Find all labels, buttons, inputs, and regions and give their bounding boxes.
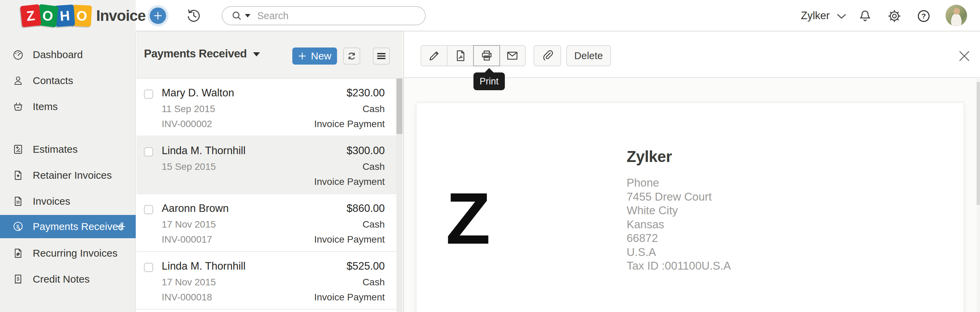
address-line: Tax ID :001100U.S.A (627, 259, 731, 273)
payer-name: Linda M. Thornhill (162, 144, 246, 157)
list-title: Payments Received (144, 47, 247, 60)
question-mark-icon: ? (916, 9, 931, 23)
print-tooltip-label: Print (480, 76, 499, 87)
address-line: U.S.A (627, 245, 731, 259)
list-scrollbar-thumb[interactable] (396, 78, 402, 134)
payment-amount: $525.00 (347, 260, 385, 272)
company-address: Phone 7455 Drew Court White City Kansas … (627, 176, 731, 273)
payment-type: Invoice Payment (314, 234, 385, 245)
print-tooltip: Print (474, 72, 505, 90)
close-detail-button[interactable] (959, 50, 970, 62)
detail-scrollbar[interactable] (977, 78, 980, 312)
hamburger-icon (375, 50, 387, 62)
product-name: Invoice (96, 7, 146, 24)
row-checkbox[interactable] (144, 90, 153, 99)
delete-button[interactable]: Delete (566, 45, 611, 66)
payment-type: Invoice Payment (314, 118, 385, 130)
list-title-menu[interactable]: Payments Received (144, 47, 260, 60)
address-line: 66872 (627, 231, 731, 245)
zoho-invoice-logo[interactable]: Z O H O Invoice (21, 5, 163, 26)
edit-button[interactable] (421, 45, 447, 66)
top-bar-left: Z O H O Invoice (0, 0, 136, 32)
attachments-button[interactable] (533, 45, 561, 66)
payment-mode: Cash (363, 219, 385, 230)
invoice-ref: INV-000017 (162, 234, 212, 245)
search-input[interactable] (257, 10, 407, 22)
payment-dollar-icon: $ (12, 221, 24, 232)
email-button[interactable] (499, 45, 526, 66)
payment-row[interactable]: Aaronn Brown $860.00 17 Nov 2015 Cash IN… (137, 194, 396, 252)
history-clock-icon (186, 8, 202, 24)
company-name: Zylker (627, 147, 672, 166)
sidebar-item-contacts[interactable]: Contacts (0, 69, 136, 92)
search-scope-caret-icon[interactable] (245, 14, 250, 18)
new-payment-button[interactable]: New (292, 48, 337, 65)
payments-rows: Mary D. Walton $230.00 11 Sep 2015 Cash … (137, 78, 396, 310)
sidebar-item-dashboard[interactable]: Dashboard (0, 43, 136, 66)
sidebar-nav: Dashboard Contacts Items Estimates Retai (0, 32, 136, 312)
payment-receipt-preview: Z Zylker Phone 7455 Drew Court White Cit… (416, 102, 964, 312)
doc-dollar-icon: $ (12, 274, 24, 285)
list-scrollbar[interactable] (396, 78, 402, 312)
sidebar-item-label: Dashboard (33, 49, 83, 61)
list-menu-button[interactable] (373, 48, 390, 65)
payment-date: 15 Sep 2015 (162, 161, 216, 172)
org-caret-icon (837, 13, 846, 19)
sidebar-item-recurring-invoices[interactable]: Recurring Invoices (0, 242, 136, 265)
company-logo-letter: Z (446, 191, 490, 246)
user-avatar[interactable] (945, 5, 967, 26)
print-button[interactable] (473, 45, 500, 66)
sidebar-item-credit-notes[interactable]: $ Credit Notes (0, 267, 136, 291)
sidebar-item-estimates[interactable]: Estimates (0, 138, 136, 161)
detail-scrollbar-thumb[interactable] (977, 82, 980, 205)
list-header: Payments Received New (137, 32, 402, 78)
payment-mode: Cash (363, 104, 385, 115)
sidebar-item-label: Items (33, 101, 58, 112)
payment-row[interactable]: Mary D. Walton $230.00 11 Sep 2015 Cash … (137, 78, 396, 136)
refresh-icon (346, 50, 358, 62)
quick-create-button[interactable] (150, 8, 166, 24)
row-checkbox[interactable] (144, 263, 153, 272)
payment-row[interactable]: Linda M. Thornhill $300.00 15 Sep 2015 C… (137, 136, 396, 194)
settings-button[interactable] (887, 9, 902, 23)
refresh-list-button[interactable] (343, 48, 360, 65)
basket-icon (12, 101, 24, 112)
payment-row[interactable]: Linda M. Thornhill $525.00 17 Nov 2015 C… (137, 252, 396, 310)
sidebar-item-items[interactable]: Items (0, 95, 136, 118)
pdf-button[interactable] (447, 45, 474, 66)
organization-switcher[interactable]: Zylker (801, 0, 846, 32)
payment-mode: Cash (363, 277, 385, 288)
payer-name: Mary D. Walton (162, 87, 234, 99)
envelope-icon (506, 49, 519, 62)
zoho-invoice-app: Z O H O Invoice (0, 0, 980, 312)
delete-button-label: Delete (574, 50, 603, 61)
global-search (222, 6, 426, 25)
sidebar-item-label: Recurring Invoices (33, 247, 117, 259)
sidebar-item-label: Estimates (33, 144, 78, 155)
printer-icon (480, 49, 493, 62)
payment-type: Invoice Payment (314, 176, 385, 187)
sidebar-item-label: Credit Notes (33, 274, 90, 285)
detail-toolbar: Delete Print (404, 32, 980, 78)
help-button[interactable]: ? (916, 9, 931, 23)
sidebar-item-invoices[interactable]: Invoices (0, 190, 136, 213)
sidebar-item-payments-received[interactable]: $ Payments Received (0, 215, 136, 238)
address-line: 7455 Drew Court (627, 190, 731, 204)
invoice-ref: INV-000002 (162, 118, 212, 130)
row-checkbox[interactable] (144, 147, 153, 157)
row-checkbox[interactable] (144, 205, 153, 214)
svg-text:?: ? (922, 12, 926, 20)
recent-history-button[interactable] (186, 8, 202, 24)
estimate-calc-icon (12, 144, 24, 155)
organization-name: Zylker (801, 10, 830, 22)
notifications-button[interactable] (858, 9, 872, 23)
sidebar-item-label: Invoices (33, 195, 70, 207)
payment-mode: Cash (363, 161, 385, 172)
sidebar-item-retainer-invoices[interactable]: Retainer Invoices (0, 164, 136, 187)
top-bar: Z O H O Invoice (0, 0, 980, 32)
address-line: White City (627, 204, 731, 218)
payment-amount: $860.00 (347, 202, 385, 214)
close-icon (959, 50, 970, 62)
address-line: Kansas (627, 218, 731, 232)
new-payment-plus-icon[interactable] (115, 221, 127, 232)
